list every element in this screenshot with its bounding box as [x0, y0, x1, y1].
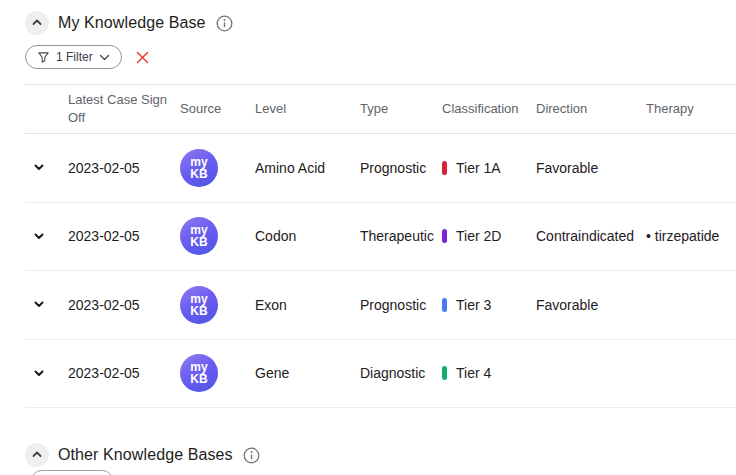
classification-value: Tier 4 [433, 365, 528, 381]
column-header-source: Source [172, 100, 247, 118]
column-header-sign-off: Latest Case Sign Off [60, 91, 172, 126]
table-header-row: Latest Case Sign Off Source Level Type C… [25, 84, 736, 134]
classification-value: Tier 1A [433, 160, 528, 176]
filter-button[interactable]: 1 Filter [25, 45, 122, 69]
chevron-up-icon [30, 16, 44, 31]
filter-button-label: 1 Filter [56, 50, 93, 64]
my-kb-source-badge: myKB [180, 354, 218, 392]
info-icon[interactable] [216, 15, 233, 32]
filter-toolbar: 1 Filter [25, 45, 736, 69]
my-kb-source-badge: myKB [180, 217, 218, 255]
my-kb-source-badge: myKB [180, 149, 218, 187]
table-row: 2023-02-05 myKB Gene Diagnostic Tier 4 [25, 340, 736, 409]
level-value: Gene [247, 365, 352, 381]
knowledge-base-table: Latest Case Sign Off Source Level Type C… [0, 84, 736, 408]
chevron-down-icon [33, 160, 45, 175]
column-header-therapy: Therapy [638, 100, 736, 118]
tier-color-bar [442, 366, 447, 380]
other-kb-section-title: Other Knowledge Bases [58, 446, 233, 464]
my-kb-section-title: My Knowledge Base [58, 14, 206, 32]
column-header-direction: Direction [528, 100, 638, 118]
tier-color-bar [442, 229, 447, 243]
type-value: Therapeutic [352, 228, 433, 244]
chevron-down-icon [33, 366, 45, 381]
column-header-level: Level [247, 100, 352, 118]
type-value: Prognostic [352, 297, 433, 313]
funnel-icon [37, 51, 50, 64]
classification-value: Tier 3 [433, 297, 528, 313]
expand-row-button[interactable] [25, 297, 60, 312]
other-knowledge-bases-header: Other Knowledge Bases [25, 443, 736, 467]
info-icon[interactable] [243, 447, 260, 464]
direction-value: Favorable [528, 297, 638, 313]
column-header-type: Type [352, 100, 433, 118]
sign-off-date: 2023-02-05 [60, 297, 172, 313]
tier-color-bar [442, 161, 447, 175]
tier-color-bar [442, 298, 447, 312]
classification-value: Tier 2D [433, 228, 528, 244]
direction-value: Contraindicated [528, 228, 638, 244]
chevron-down-icon [33, 229, 45, 244]
chevron-up-icon [30, 448, 44, 463]
collapse-other-kb-button[interactable] [25, 443, 49, 467]
my-kb-source-badge: myKB [180, 286, 218, 324]
collapse-my-kb-button[interactable] [25, 11, 49, 35]
table-row: 2023-02-05 myKB Amino Acid Prognostic Ti… [25, 134, 736, 203]
chevron-down-icon [33, 297, 45, 312]
sign-off-date: 2023-02-05 [60, 228, 172, 244]
direction-value: Favorable [528, 160, 638, 176]
level-value: Amino Acid [247, 160, 352, 176]
clear-filter-icon[interactable] [136, 51, 149, 64]
column-header-classification: Classification [433, 100, 528, 118]
level-value: Codon [247, 228, 352, 244]
type-value: Prognostic [352, 160, 433, 176]
sign-off-date: 2023-02-05 [60, 160, 172, 176]
therapy-value: • tirzepatide [638, 228, 736, 244]
table-row: 2023-02-05 myKB Codon Therapeutic Tier 2… [25, 203, 736, 272]
expand-row-button[interactable] [25, 366, 60, 381]
sign-off-date: 2023-02-05 [60, 365, 172, 381]
type-value: Diagnostic [352, 365, 433, 381]
table-row: 2023-02-05 myKB Exon Prognostic Tier 3 F… [25, 271, 736, 340]
my-knowledge-base-header: My Knowledge Base [25, 11, 736, 35]
expand-row-button[interactable] [25, 229, 60, 244]
expand-row-button[interactable] [25, 160, 60, 175]
chevron-down-icon [99, 53, 110, 62]
level-value: Exon [247, 297, 352, 313]
other-kb-filter-button[interactable] [30, 470, 114, 475]
